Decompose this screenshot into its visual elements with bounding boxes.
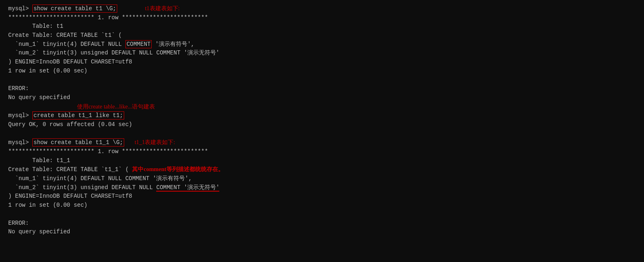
line-noquery-2: No query specified: [8, 228, 636, 237]
line-num1-t1_1: `num_1` tinyint(4) DEFAULT NULL COMMENT …: [8, 174, 636, 183]
line-create-like: mysql> create table t1_1 like t1;: [8, 111, 636, 120]
line-error-2: ERROR:: [8, 219, 636, 228]
line-num1-t1: `num_1` tinyint(4) DEFAULT NULL COMMENT …: [8, 40, 636, 49]
annotation-t1: t1表建表如下:: [145, 5, 180, 11]
line-stars-2: ************************* 1. row *******…: [8, 147, 636, 156]
line-create-t1_1: Create Table: CREATE TABLE `t1_1` ( 其中co…: [8, 165, 636, 174]
line-table-t1: Table: t1: [8, 22, 636, 31]
line-noquery-1: No query specified: [8, 93, 636, 102]
cmd-box-3: show create table t1_1 \G;: [32, 138, 124, 147]
line-show-t1_1: mysql> show create table t1_1 \G; t1_1表建…: [8, 138, 636, 147]
underline-comment: COMMENT '演示无符号': [156, 184, 219, 192]
line-num2-t1_1: `num_2` tinyint(3) unsigned DEFAULT NULL…: [8, 183, 636, 192]
line-1: mysql> show create table t1 \G; t1表建表如下:: [8, 4, 636, 14]
line-create-t1: Create Table: CREATE TABLE `t1` (: [8, 31, 636, 40]
line-stars-1: ************************* 1. row *******…: [8, 14, 636, 23]
line-blank-3: [8, 210, 636, 219]
line-blank-1: [8, 76, 636, 85]
terminal-output: mysql> show create table t1 \G; t1表建表如下:…: [8, 4, 636, 237]
line-annotation-like: 使用create table...like...语句建表: [8, 102, 636, 112]
cmd-box-1: show create table t1 \G;: [32, 5, 118, 13]
line-rowset-1: 1 row in set (0.00 sec): [8, 67, 636, 76]
line-blank-2: [8, 129, 636, 138]
line-queryok: Query OK, 0 rows affected (0.04 sec): [8, 120, 636, 129]
comment-box-1: COMMENT: [125, 40, 152, 48]
line-engine-t1_1: ) ENGINE=InnoDB DEFAULT CHARSET=utf8: [8, 192, 636, 201]
line-error-1: ERROR:: [8, 84, 636, 93]
line-table-t1_1: Table: t1_1: [8, 156, 636, 165]
annotation-t1-1: t1_1表建表如下:: [134, 139, 175, 145]
cmd-box-2: create table t1_1 like t1;: [32, 111, 124, 120]
annotation-create-like: 使用create table...like...语句建表: [77, 104, 155, 110]
line-engine-t1: ) ENGINE=InnoDB DEFAULT CHARSET=utf8: [8, 58, 636, 67]
annotation-comment: 其中comment等列描述都统统存在。: [132, 166, 223, 172]
line-rowset-2: 1 row in set (0.00 sec): [8, 201, 636, 210]
line-num2-t1: `num_2` tinyint(3) unsigned DEFAULT NULL…: [8, 49, 636, 58]
